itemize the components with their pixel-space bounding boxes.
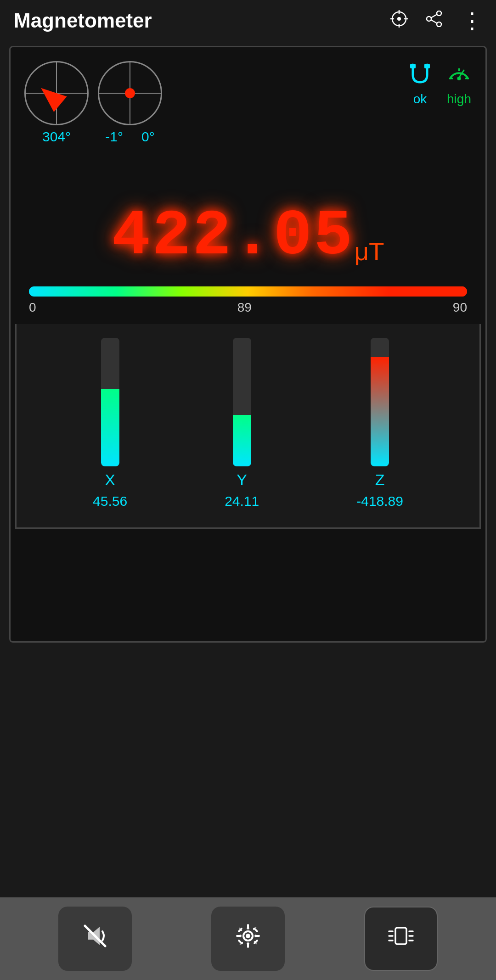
settings-button[interactable]	[211, 907, 285, 971]
scale-mid-label: 89	[237, 300, 252, 315]
channel-x-label: X	[105, 471, 115, 489]
scale-bar-container: 0 89 90	[24, 286, 472, 315]
svg-rect-24	[236, 935, 242, 937]
compass-circle-direction	[24, 61, 89, 125]
svg-line-10	[431, 20, 437, 23]
svg-point-1	[397, 17, 401, 21]
scale-min-label: 0	[29, 300, 36, 315]
mute-icon	[81, 922, 109, 955]
topbar-actions: ⋮	[390, 8, 482, 34]
svg-rect-11	[410, 64, 416, 68]
measurement-unit: μT	[354, 237, 384, 266]
channel-x-value: 45.56	[93, 493, 127, 509]
bar-z	[371, 338, 389, 466]
svg-rect-26	[237, 927, 242, 932]
scale-max-label: 90	[453, 300, 467, 315]
compass-tilt-labels: -1° 0°	[105, 129, 154, 145]
scale-labels: 0 89 90	[29, 300, 467, 315]
bar-fill-z	[371, 357, 389, 466]
compass-row: 304° -1° 0°	[24, 61, 472, 145]
topbar: Magnetometer ⋮	[0, 0, 496, 41]
measurement-value: 422.05	[112, 200, 354, 273]
channel-z-value: -418.89	[356, 493, 403, 509]
svg-point-7	[437, 22, 441, 27]
scale-bar	[29, 286, 467, 297]
location-icon[interactable]	[390, 10, 408, 32]
svg-point-8	[427, 17, 431, 21]
svg-rect-23	[247, 942, 249, 948]
speed-status-item: high	[446, 61, 472, 106]
channel-y-label: Y	[237, 471, 247, 489]
svg-point-6	[437, 11, 441, 16]
xyz-section: X 45.56 Y 24.11 Z -418.89	[15, 324, 481, 529]
svg-rect-29	[253, 939, 258, 944]
settings-icon	[234, 922, 262, 955]
app-title: Magnetometer	[14, 9, 390, 32]
bar-y	[233, 338, 251, 466]
share-icon[interactable]	[426, 11, 443, 31]
svg-rect-30	[395, 928, 406, 944]
digital-display: 422.05μT	[24, 200, 472, 273]
channel-z: Z -418.89	[356, 338, 403, 509]
speed-status-label: high	[447, 92, 471, 106]
bar-fill-y	[233, 415, 251, 466]
svg-rect-27	[253, 927, 258, 932]
compass-arrow	[34, 80, 67, 112]
svg-rect-28	[237, 939, 242, 944]
svg-rect-12	[424, 64, 430, 68]
mute-button[interactable]	[58, 907, 132, 971]
compass-tilt: -1° 0°	[98, 61, 162, 145]
svg-point-14	[457, 77, 461, 80]
magnet-status-item: ok	[407, 61, 433, 106]
status-icons-row: ok high	[407, 61, 472, 106]
compass-degree-label: 304°	[42, 129, 71, 145]
compass-roll-label: 0°	[141, 129, 155, 145]
compass-circle-tilt	[98, 61, 162, 125]
channel-y: Y 24.11	[225, 338, 259, 509]
svg-line-9	[431, 14, 437, 18]
bar-fill-x	[101, 389, 119, 466]
more-options-icon[interactable]: ⋮	[461, 8, 482, 34]
compass-direction: 304°	[24, 61, 89, 145]
main-card: 304° -1° 0°	[9, 46, 487, 643]
channel-z-label: Z	[375, 471, 385, 489]
compass-center-dot	[125, 88, 135, 98]
scale-bar-marker	[417, 286, 467, 297]
channel-x: X 45.56	[93, 338, 127, 509]
channel-y-value: 24.11	[225, 493, 259, 509]
vibration-icon	[387, 922, 415, 955]
svg-point-21	[246, 934, 250, 938]
svg-rect-22	[247, 924, 249, 930]
magnet-status-label: ok	[413, 92, 427, 106]
speedometer-icon	[446, 61, 472, 90]
magnet-icon	[407, 61, 433, 90]
svg-rect-25	[254, 935, 260, 937]
bar-x	[101, 338, 119, 466]
bottom-nav	[0, 897, 496, 980]
compass-pitch-label: -1°	[105, 129, 123, 145]
vibration-button[interactable]	[364, 907, 438, 971]
status-icons: ok high	[407, 61, 472, 106]
